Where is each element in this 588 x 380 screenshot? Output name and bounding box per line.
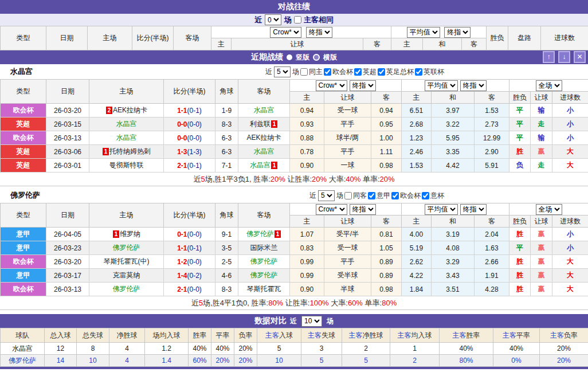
final-odds-select[interactable]: 终指: [350, 80, 376, 91]
close-button[interactable]: ✕: [574, 51, 586, 63]
handicap: 受平/半: [324, 228, 371, 241]
column-subheader: 让球: [324, 216, 371, 228]
column-subheader: 进球数: [552, 92, 588, 104]
comp-stat-cell: 0%: [493, 355, 540, 367]
result-handicap: 输: [531, 104, 552, 117]
league-filter-checkbox[interactable]: [324, 68, 331, 76]
home-team: 1维罗纳: [89, 228, 164, 241]
focus-team-name: 水晶宫: [254, 147, 275, 155]
comp-column-header: 平率: [211, 328, 234, 343]
result-goals: 小: [552, 241, 588, 255]
home-team: 佛罗伦萨: [89, 241, 164, 255]
score: 1-3(1-3): [164, 145, 215, 159]
league-filter-checkbox[interactable]: [354, 68, 362, 76]
corner-count: 1-9: [215, 104, 238, 117]
avg-home: 6.51: [402, 104, 432, 117]
score: 0-1(0-0): [164, 228, 215, 241]
league-badge: 欧会杯: [1, 255, 46, 269]
move-down-button[interactable]: ↓: [558, 51, 570, 63]
move-up-button[interactable]: ↑: [543, 51, 555, 63]
match-date: 26-03-13: [46, 283, 89, 296]
match-row: 英超26-03-01曼彻斯特联2-1(0-1)7-1水晶宫10.90一球0.98…: [1, 159, 588, 173]
final-odds-select[interactable]: 终指: [306, 27, 332, 38]
league-filter-checkbox[interactable]: [368, 192, 375, 199]
filter-controls: 近5场同客意甲欧会杯意杯: [309, 190, 445, 201]
col-home: 主场: [88, 26, 132, 50]
recent-count-select[interactable]: 5: [318, 190, 335, 201]
horizontal-layout-radio[interactable]: [313, 54, 320, 61]
comp-stat-cell: 2: [342, 343, 390, 355]
close-icon: ✕: [577, 53, 582, 61]
final-average-select[interactable]: 终指: [444, 27, 471, 38]
comp-stat-cell: 10: [77, 355, 109, 367]
h2h-near-count-select[interactable]: 0: [265, 14, 281, 25]
odds-home: 0.90: [290, 283, 324, 296]
sub-away: 客: [363, 38, 391, 50]
column-subheader: 让球: [531, 92, 552, 104]
result-outcome: 平: [509, 117, 531, 131]
comp-stat-cell: 20%: [234, 343, 257, 355]
match-date: 26-03-20: [46, 255, 89, 269]
fulltime-score: 1-3: [177, 148, 187, 156]
sub-avg-home: 主: [391, 38, 423, 50]
avg-draw: 3.35: [432, 145, 475, 159]
fulltime-score: 0-1: [177, 230, 187, 238]
bookmaker-select[interactable]: Crow*: [316, 204, 347, 215]
corner-count: 8-3: [215, 117, 238, 131]
h2h-title: 对战往绩: [278, 2, 310, 12]
result-outcome: 胜: [509, 255, 531, 269]
home-team: 琴斯托霍瓦(中): [89, 255, 164, 269]
average-odds-select[interactable]: 平均值: [425, 204, 458, 215]
vertical-layout-radio[interactable]: [287, 54, 292, 60]
match-row: 英超26-03-061托特纳姆热刺1-3(1-3)6-3水晶宫0.78平手1.1…: [1, 145, 588, 159]
odds-away: 0.98: [371, 159, 402, 173]
comp-column-header: 净胜球: [109, 328, 145, 343]
same-venue-checkbox[interactable]: [300, 68, 308, 76]
comp-stat-cell: 40%: [493, 343, 540, 355]
scope-select[interactable]: 全场: [536, 204, 562, 215]
score: 0-0(0-0): [164, 131, 215, 145]
match-row: 意甲26-04-051维罗纳0-1(0-0)9-1佛罗伦萨11.07受平/半0.…: [1, 228, 588, 241]
average-odds-select[interactable]: 平均值: [425, 80, 458, 91]
scope-select[interactable]: 全场: [536, 80, 562, 91]
fulltime-score: 0-0: [177, 120, 187, 128]
final-odds-select[interactable]: 终指: [350, 204, 376, 215]
same-venue-checkbox[interactable]: [344, 192, 352, 199]
comp-column-header: 场均入球: [145, 328, 189, 343]
same-home-away-checkbox[interactable]: [294, 16, 301, 23]
league-filter-checkbox[interactable]: [378, 68, 385, 76]
corner-count: 6-3: [215, 131, 238, 145]
halftime-score: (1-3): [187, 148, 202, 156]
column-header: 日期: [46, 80, 89, 104]
comp-column-header: 球队: [1, 328, 45, 343]
avg-home: 4.22: [402, 269, 432, 283]
league-filter-checkbox[interactable]: [422, 192, 429, 199]
average-odds-select[interactable]: 平均值: [407, 27, 440, 38]
league-filter-checkbox[interactable]: [391, 192, 399, 199]
team-filter-row: 佛罗伦萨近5场同客意甲欧会杯意杯: [0, 188, 588, 203]
recent-count-select[interactable]: 5: [274, 66, 291, 77]
matches-label: 场: [284, 15, 292, 25]
league-filter-checkbox[interactable]: [415, 68, 422, 76]
comparison-near-count-select[interactable]: 10: [301, 316, 322, 327]
league-filter-label: 英联杯: [424, 67, 444, 77]
result-goals: 小: [552, 117, 588, 131]
focus-team-name: 水晶宫: [250, 161, 271, 169]
final-average-select[interactable]: 终指: [460, 80, 487, 91]
avg-home: 4.00: [402, 228, 432, 241]
col-type: 类型: [1, 26, 46, 50]
away-team: 佛罗伦萨1: [238, 228, 290, 241]
avg-home: 2.46: [402, 145, 432, 159]
final-average-select[interactable]: 终指: [460, 204, 487, 215]
comp-stat-cell: 20%: [540, 343, 588, 355]
match-date: 26-03-01: [46, 159, 89, 173]
comparison-matches-label: 场: [327, 316, 334, 326]
bookmaker-select[interactable]: Crow*: [270, 27, 301, 38]
col-away: 客场: [174, 26, 211, 50]
column-header: 日期: [46, 203, 89, 228]
bookmaker-select[interactable]: Crow*: [316, 80, 347, 91]
result-outcome: 胜: [509, 283, 531, 296]
halftime-score: (0-0): [187, 120, 202, 128]
fulltime-score: 1-4: [177, 272, 187, 280]
recent-title-bar: 近期战绩 竖版 横版 ↑ ↓ ✕: [0, 50, 588, 64]
